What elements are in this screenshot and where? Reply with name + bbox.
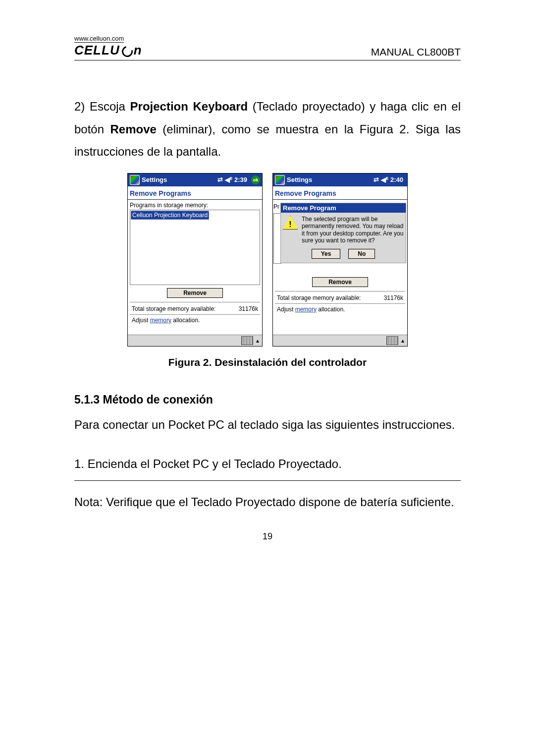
manual-page: www.celluon.com CELLU n MANUAL CL800BT 2… xyxy=(0,0,535,562)
program-listbox[interactable]: Celluon Projection Keyboard xyxy=(130,210,260,285)
window-title: Settings xyxy=(287,176,372,183)
memory-value: 31176k xyxy=(384,294,403,301)
memory-value: 31176k xyxy=(239,305,258,312)
manual-title: MANUAL CL800BT xyxy=(371,46,461,58)
sip-up-icon[interactable]: ▴ xyxy=(254,337,261,344)
note-divider-top xyxy=(74,480,461,481)
logo-swirl-icon xyxy=(120,44,135,58)
listbox-sliver xyxy=(273,213,281,264)
window-title: Settings xyxy=(142,176,215,183)
memory-link[interactable]: memory xyxy=(150,317,171,324)
yes-button[interactable]: Yes xyxy=(312,249,341,259)
bottom-bar: ▴ xyxy=(128,335,262,346)
connection-icon[interactable]: ⇄ xyxy=(374,176,379,183)
section-heading: Remove Programs xyxy=(128,186,262,200)
memory-label: Total storage memory available: xyxy=(277,294,361,301)
section-heading: Remove Programs xyxy=(273,186,407,200)
figure-caption: Figura 2. Desinstalación del controlador xyxy=(74,356,461,368)
start-flag-icon[interactable] xyxy=(275,175,285,185)
titlebar: Settings ⇄ ◀ᴱ 2:39 ok xyxy=(128,174,262,186)
remove-button[interactable]: Remove xyxy=(312,277,368,287)
screenshots-row: Settings ⇄ ◀ᴱ 2:39 ok Remove Programs Pr… xyxy=(74,173,461,347)
page-header: www.celluon.com CELLU n MANUAL CL800BT xyxy=(74,35,461,60)
memory-row: Total storage memory available: 31176k xyxy=(275,291,405,301)
memory-label: Total storage memory available: xyxy=(132,305,215,312)
brand-url: www.celluon.com xyxy=(74,35,124,43)
memory-row: Total storage memory available: 31176k xyxy=(130,302,260,312)
remove-button[interactable]: Remove xyxy=(167,288,223,298)
adjust-row: Adjust memory allocation. xyxy=(130,314,260,326)
adjust-row: Adjust memory allocation. xyxy=(275,303,405,315)
keyboard-icon[interactable] xyxy=(386,336,398,345)
programs-label: Programs in storage memory: xyxy=(128,200,262,210)
ok-button[interactable]: ok xyxy=(251,175,260,184)
dialog-title: Remove Program xyxy=(281,203,406,213)
dialog-text: The selected program will be permanently… xyxy=(302,216,404,244)
titlebar: Settings ⇄ ◀ᴱ 2:40 xyxy=(273,174,407,186)
battery-note: Nota: Verifique que el Teclado Proyectad… xyxy=(74,488,461,517)
speaker-icon[interactable]: ◀ᴱ xyxy=(381,176,388,183)
screenshot-2: Settings ⇄ ◀ᴱ 2:40 Remove Programs Pr Re… xyxy=(272,173,408,347)
connect-step-1: 1. Encienda el Pocket PC y el Teclado Pr… xyxy=(74,453,461,475)
instruction-step-2: 2) Escoja Projection Keyboard (Teclado p… xyxy=(74,95,461,163)
brand-block: www.celluon.com CELLU n xyxy=(74,35,142,58)
clock: 2:40 xyxy=(390,176,403,183)
page-number: 19 xyxy=(74,531,461,542)
connect-intro: Para conectar un Pocket PC al teclado si… xyxy=(74,413,461,436)
confirm-dialog: Remove Program ! The selected program wi… xyxy=(281,203,406,263)
brand-logo: CELLU n xyxy=(74,43,142,58)
dialog-body: ! The selected program will be permanent… xyxy=(281,215,406,245)
bottom-bar: ▴ xyxy=(273,335,407,346)
memory-link[interactable]: memory xyxy=(295,306,317,313)
truncated-label: Pr xyxy=(273,203,279,210)
no-button[interactable]: No xyxy=(348,249,375,259)
keyboard-icon[interactable] xyxy=(241,336,253,345)
section-5-1-3: 5.1.3 Método de conexión xyxy=(74,393,461,407)
connection-icon[interactable]: ⇄ xyxy=(217,176,223,183)
screenshot-1: Settings ⇄ ◀ᴱ 2:39 ok Remove Programs Pr… xyxy=(127,173,263,347)
warning-icon: ! xyxy=(283,216,298,230)
dialog-buttons: Yes No xyxy=(281,245,406,263)
speaker-icon[interactable]: ◀ᴱ xyxy=(225,176,232,183)
sip-up-icon[interactable]: ▴ xyxy=(399,337,406,344)
start-flag-icon[interactable] xyxy=(130,175,140,185)
clock: 2:39 xyxy=(234,176,247,183)
list-item[interactable]: Celluon Projection Keyboard xyxy=(131,211,209,220)
